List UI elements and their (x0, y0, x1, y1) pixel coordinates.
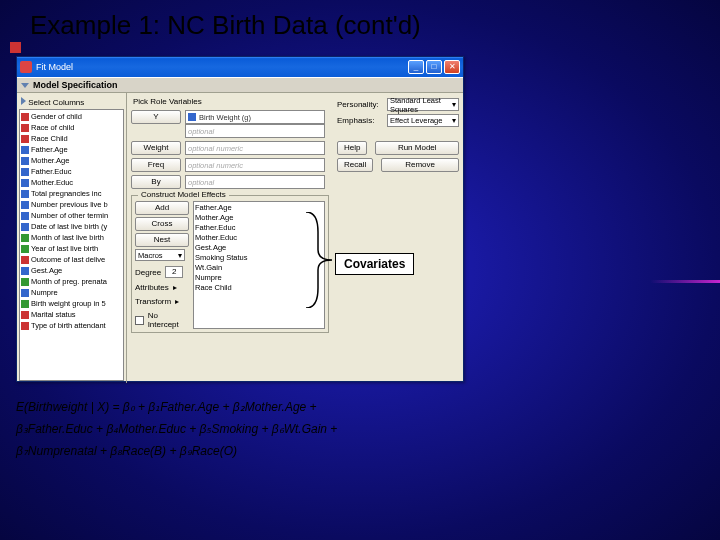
freq-slot[interactable]: optional numeric (185, 158, 325, 172)
laser-decor (650, 280, 720, 283)
nest-button[interactable]: Nest (135, 233, 189, 247)
construct-effects-panel: Construct Model Effects Add Cross Nest M… (131, 195, 329, 333)
column-item[interactable]: Father.Age (21, 144, 122, 155)
by-button[interactable]: By (131, 175, 181, 189)
column-label: Race Child (31, 133, 68, 144)
y-slot[interactable]: Birth Weight (g) (185, 110, 325, 124)
minimize-button[interactable]: _ (408, 60, 424, 74)
column-type-icon (21, 289, 29, 297)
column-type-icon (21, 300, 29, 308)
weight-slot[interactable]: optional numeric (185, 141, 325, 155)
column-type-icon (21, 322, 29, 330)
macros-dropdown[interactable]: Macros▾ (135, 249, 185, 261)
titlebar[interactable]: Fit Model _ □ ✕ (17, 57, 463, 77)
transform-label: Transform (135, 297, 171, 306)
column-label: Father.Age (31, 144, 68, 155)
column-label: Race of child (31, 122, 74, 133)
column-item[interactable]: Type of birth attendant (21, 320, 122, 331)
column-item[interactable]: Birth weight group in 5 (21, 298, 122, 309)
column-item[interactable]: Mother.Age (21, 155, 122, 166)
column-label: Marital status (31, 309, 76, 320)
fit-model-window: Fit Model _ □ ✕ Model Specification Sele… (16, 56, 464, 382)
column-type-icon (21, 234, 29, 242)
middle-pane: Pick Role Variables Y Birth Weight (g) o… (127, 93, 333, 383)
column-label: Father.Educ (31, 166, 71, 177)
equation-line-2: β₃Father.Educ + β₄Mother.Educ + β₅Smokin… (16, 418, 337, 440)
column-type-icon (21, 223, 29, 231)
column-item[interactable]: Date of last live birth (y (21, 221, 122, 232)
column-item[interactable]: Mother.Educ (21, 177, 122, 188)
column-label: Mother.Age (31, 155, 69, 166)
column-label: Month of last live birth (31, 232, 104, 243)
column-type-icon (21, 135, 29, 143)
column-item[interactable]: Marital status (21, 309, 122, 320)
help-button[interactable]: Help (337, 141, 367, 155)
nointercept-checkbox[interactable] (135, 316, 144, 325)
column-item[interactable]: Numpre (21, 287, 122, 298)
column-label: Number previous live b (31, 199, 108, 210)
column-type-icon (21, 157, 29, 165)
column-label: Gender of child (31, 111, 82, 122)
column-item[interactable]: Total pregnancies inc (21, 188, 122, 199)
column-type-icon (21, 190, 29, 198)
column-label: Month of preg. prenata (31, 276, 107, 287)
continuous-icon (188, 113, 196, 121)
y-button[interactable]: Y (131, 110, 181, 124)
triangle-icon (21, 97, 26, 105)
effects-header: Construct Model Effects (138, 190, 229, 199)
window-title: Fit Model (36, 62, 408, 72)
column-type-icon (21, 201, 29, 209)
column-type-icon (21, 311, 29, 319)
recall-button[interactable]: Recall (337, 158, 373, 172)
column-item[interactable]: Gest.Age (21, 265, 122, 276)
column-item[interactable]: Month of last live birth (21, 232, 122, 243)
cross-button[interactable]: Cross (135, 217, 189, 231)
column-type-icon (21, 113, 29, 121)
column-label: Mother.Educ (31, 177, 73, 188)
column-item[interactable]: Number previous live b (21, 199, 122, 210)
column-item[interactable]: Number of other termin (21, 210, 122, 221)
nointercept-label: No Intercept (148, 311, 189, 329)
column-label: Date of last live birth (y (31, 221, 107, 232)
column-type-icon (21, 267, 29, 275)
model-equation: E(Birthweight | X) = β₀ + β₁Father.Age +… (16, 396, 337, 462)
by-slot[interactable]: optional (185, 175, 325, 189)
personality-select[interactable]: Standard Least Squares▾ (387, 98, 459, 111)
emphasis-select[interactable]: Effect Leverage▾ (387, 114, 459, 127)
column-item[interactable]: Race Child (21, 133, 122, 144)
maximize-button[interactable]: □ (426, 60, 442, 74)
column-label: Type of birth attendant (31, 320, 106, 331)
select-columns-label: Select Columns (21, 97, 124, 107)
column-item[interactable]: Month of preg. prenata (21, 276, 122, 287)
attributes-menu-icon[interactable]: ▸ (173, 283, 177, 292)
equation-line-3: β₇Numprenatal + β₈Race(B) + β₉Race(O) (16, 440, 337, 462)
covariates-callout: Covariates (335, 253, 414, 275)
freq-button[interactable]: Freq (131, 158, 181, 172)
brace-decor (304, 212, 334, 308)
column-type-icon (21, 278, 29, 286)
close-button[interactable]: ✕ (444, 60, 460, 74)
emphasis-label: Emphasis: (337, 116, 383, 125)
columns-list[interactable]: Gender of childRace of childRace ChildFa… (19, 109, 124, 381)
column-type-icon (21, 124, 29, 132)
transform-menu-icon[interactable]: ▸ (175, 297, 179, 306)
add-button[interactable]: Add (135, 201, 189, 215)
column-label: Year of last live birth (31, 243, 98, 254)
run-model-button[interactable]: Run Model (375, 141, 459, 155)
column-item[interactable]: Race of child (21, 122, 122, 133)
disclosure-icon (21, 83, 29, 88)
model-spec-header[interactable]: Model Specification (17, 77, 463, 93)
y-opt-slot[interactable]: optional (185, 124, 325, 138)
attributes-label: Attributes (135, 283, 169, 292)
weight-button[interactable]: Weight (131, 141, 181, 155)
column-label: Total pregnancies inc (31, 188, 101, 199)
column-item[interactable]: Year of last live birth (21, 243, 122, 254)
remove-button[interactable]: Remove (381, 158, 459, 172)
column-item[interactable]: Gender of child (21, 111, 122, 122)
pick-role-label: Pick Role Variables (133, 97, 329, 106)
column-item[interactable]: Father.Educ (21, 166, 122, 177)
column-item[interactable]: Outcome of last delive (21, 254, 122, 265)
slide-title: Example 1: NC Birth Data (cont'd) (30, 10, 421, 41)
column-label: Birth weight group in 5 (31, 298, 106, 309)
degree-input[interactable]: 2 (165, 266, 183, 278)
